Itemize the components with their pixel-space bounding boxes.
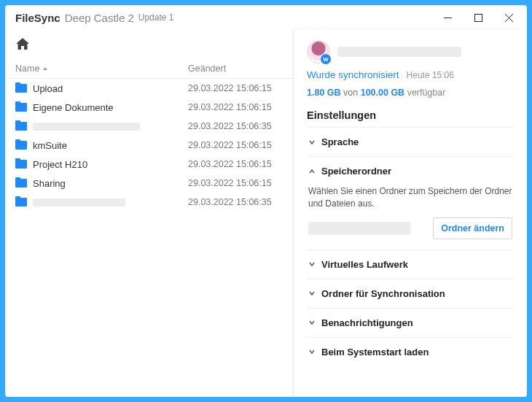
body: Name Geändert Upload29.03.2022 15:06:15E… [5, 30, 527, 397]
app-window: FileSync Deep Castle 2 Update 1 [5, 5, 527, 397]
filename-redacted [33, 123, 140, 131]
cell-date: 29.03.2022 15:06:35 [188, 121, 283, 131]
storage-folder-desc: Wählen Sie einen Ordner zum Speichern de… [308, 185, 512, 210]
cell-date: 29.03.2022 15:06:15 [188, 159, 283, 169]
svg-line-2 [505, 14, 513, 22]
cell-date: 29.03.2022 15:06:15 [188, 102, 283, 112]
chevron-down-icon [308, 260, 316, 268]
sort-asc-icon [42, 63, 48, 74]
username-redacted [337, 47, 461, 57]
file-pane: Name Geändert Upload29.03.2022 15:06:15E… [5, 30, 294, 397]
table-row[interactable]: 29.03.2022 15:06:35 [5, 117, 293, 136]
app-update: Update 1 [138, 12, 174, 23]
acc-autostart: Beim Systemstart laden [307, 337, 514, 366]
acc-autostart-head[interactable]: Beim Systemstart laden [307, 338, 514, 366]
acc-notifications: Benachrichtigungen [307, 308, 514, 337]
cell-name: Sharing [15, 178, 188, 189]
col-modified-label: Geändert [188, 63, 226, 74]
svg-rect-1 [474, 14, 482, 21]
acc-language-label: Sprache [321, 136, 359, 147]
maximize-button[interactable] [463, 7, 493, 28]
table-row[interactable]: Upload29.03.2022 15:06:15 [5, 79, 293, 98]
profile-row [307, 40, 514, 63]
cell-date: 29.03.2022 15:06:15 [188, 140, 283, 150]
chevron-down-icon [308, 319, 316, 326]
folder-icon [15, 103, 27, 112]
cell-name: Upload [15, 83, 188, 94]
acc-storage-folder: Speicherordner Wählen Sie einen Ordner z… [307, 156, 514, 250]
table-row[interactable]: kmSuite29.03.2022 15:06:15 [5, 136, 293, 155]
cell-name: kmSuite [15, 140, 188, 151]
col-name[interactable]: Name [15, 63, 188, 74]
acc-notifications-head[interactable]: Benachrichtigungen [307, 309, 514, 337]
table-rows: Upload29.03.2022 15:06:15Eigene Dokument… [5, 79, 293, 397]
acc-sync-folder-head[interactable]: Ordner für Synchronisation [307, 279, 514, 308]
avatar[interactable] [307, 40, 330, 63]
change-folder-button[interactable]: Ordner ändern [433, 217, 512, 239]
acc-autostart-label: Beim Systemstart laden [321, 347, 429, 357]
cell-name [15, 198, 188, 206]
col-modified[interactable]: Geändert [188, 63, 283, 74]
chevron-up-icon [308, 168, 316, 175]
table-row[interactable]: Eigene Dokumente29.03.2022 15:06:15 [5, 98, 293, 117]
table-header: Name Geändert [5, 59, 293, 79]
filename: Project H210 [33, 159, 87, 170]
breadcrumb [5, 30, 293, 59]
filename: kmSuite [33, 140, 67, 151]
storage-folder-path-row: Ordner ändern [308, 217, 512, 239]
sync-status: Wurde synchronisiert [307, 69, 399, 80]
cell-date: 29.03.2022 15:06:35 [188, 197, 283, 207]
acc-notifications-label: Benachrichtigungen [321, 317, 413, 328]
sync-time: Heute 15:06 [407, 70, 454, 80]
acc-language: Sprache [307, 127, 514, 156]
app-edition: Deep Castle 2 [65, 12, 134, 24]
acc-virtual-drive-head[interactable]: Virtuelles Laufwerk [307, 250, 514, 279]
cell-name [15, 122, 188, 131]
filename: Sharing [33, 178, 66, 189]
minimize-button[interactable] [432, 7, 463, 28]
settings-heading: Einstellungen [307, 109, 514, 121]
storage-avail: verfügbar [407, 88, 446, 98]
cell-name: Project H210 [15, 159, 188, 170]
filename: Upload [33, 83, 63, 94]
close-button[interactable] [493, 7, 524, 28]
acc-language-head[interactable]: Sprache [307, 128, 514, 156]
folder-icon [15, 84, 27, 93]
filename: Eigene Dokumente [33, 102, 114, 113]
table-row[interactable]: Project H21029.03.2022 15:06:15 [5, 155, 293, 174]
folder-icon [15, 122, 27, 131]
storage-used: 1.80 GB [307, 88, 341, 98]
cell-date: 29.03.2022 15:06:15 [188, 83, 283, 93]
chevron-down-icon [308, 290, 316, 297]
titlebar: FileSync Deep Castle 2 Update 1 [5, 5, 527, 30]
svg-line-3 [505, 14, 513, 22]
home-icon[interactable] [15, 40, 30, 53]
table-row[interactable]: Sharing29.03.2022 15:06:15 [5, 174, 293, 193]
col-name-label: Name [15, 63, 39, 74]
table-row[interactable]: 29.03.2022 15:06:35 [5, 193, 293, 212]
folder-icon [15, 198, 27, 206]
acc-storage-folder-head[interactable]: Speicherordner [307, 157, 514, 185]
folder-icon [15, 179, 27, 188]
storage-of: von [343, 88, 358, 98]
app-name: FileSync [15, 12, 60, 24]
folder-icon [15, 160, 27, 169]
chevron-down-icon [308, 139, 316, 146]
storage-line: 1.80 GB von 100.00 GB verfügbar [307, 88, 514, 98]
sync-status-row: Wurde synchronisiert Heute 15:06 [307, 69, 514, 80]
storage-folder-path-redacted [308, 222, 410, 235]
cell-name: Eigene Dokumente [15, 102, 188, 113]
acc-sync-folder: Ordner für Synchronisation [307, 279, 514, 308]
acc-virtual-drive: Virtuelles Laufwerk [307, 250, 514, 279]
folder-icon [15, 141, 27, 150]
side-panel: Wurde synchronisiert Heute 15:06 1.80 GB… [294, 30, 527, 397]
acc-sync-folder-label: Ordner für Synchronisation [321, 288, 445, 299]
chevron-down-icon [308, 348, 316, 355]
storage-total: 100.00 GB [361, 88, 404, 98]
filename-redacted [33, 198, 125, 206]
acc-virtual-drive-label: Virtuelles Laufwerk [321, 259, 408, 270]
cell-date: 29.03.2022 15:06:15 [188, 178, 283, 188]
acc-storage-folder-body: Wählen Sie einen Ordner zum Speichern de… [307, 185, 514, 250]
window-controls [432, 7, 524, 28]
acc-storage-folder-label: Speicherordner [321, 166, 391, 177]
